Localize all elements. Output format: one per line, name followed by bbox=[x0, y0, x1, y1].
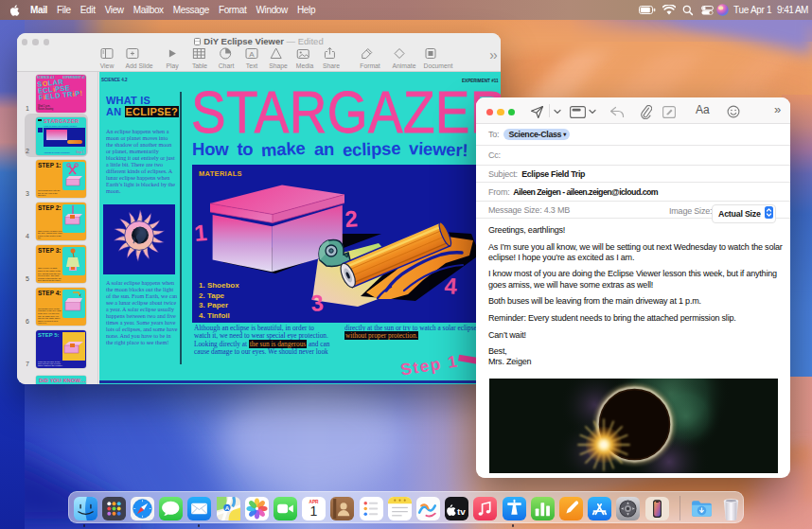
svg-text:1. Shoebox: 1. Shoebox bbox=[199, 281, 239, 290]
svg-text:3. Paper: 3. Paper bbox=[199, 301, 228, 309]
svg-text:2. Tape: 2. Tape bbox=[199, 291, 225, 300]
svg-text:1: 1 bbox=[310, 503, 318, 519]
svg-text:A: A bbox=[224, 504, 229, 511]
svg-text:2: 2 bbox=[344, 205, 358, 232]
svg-text:1: 1 bbox=[193, 220, 208, 246]
svg-text:4: 4 bbox=[444, 273, 459, 299]
svg-text:3: 3 bbox=[309, 290, 324, 316]
svg-text:4. Tinfoil: 4. Tinfoil bbox=[199, 311, 230, 320]
svg-text:A: A bbox=[249, 50, 255, 59]
svg-text:tv: tv bbox=[457, 506, 466, 517]
